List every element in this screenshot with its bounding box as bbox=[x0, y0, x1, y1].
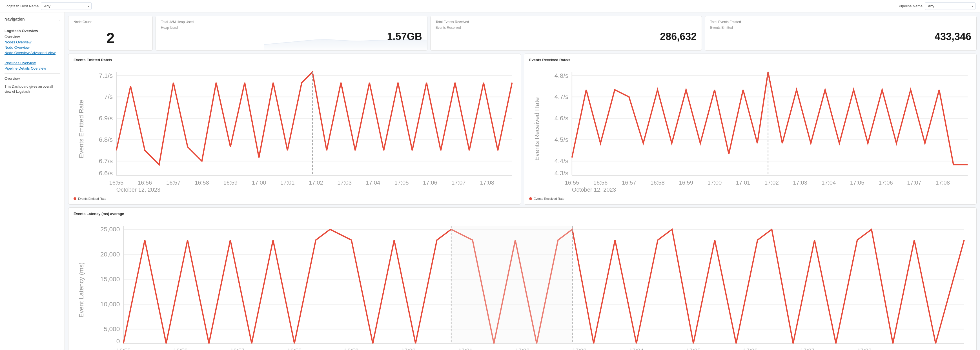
emitted-rate-chart-area: Events Emitted Rate 7.1/s 7/s 6.9/s 6.8/… bbox=[73, 65, 515, 194]
svg-text:4.3/s: 4.3/s bbox=[555, 169, 568, 177]
latency-chart-card: Events Latency (ms) average Event Latenc… bbox=[68, 207, 977, 350]
emitted-rate-legend-dot bbox=[73, 197, 76, 200]
svg-text:16:59: 16:59 bbox=[344, 347, 359, 350]
pipeline-name-select-wrapper[interactable]: Any bbox=[925, 2, 975, 10]
svg-text:17:04: 17:04 bbox=[822, 180, 836, 186]
svg-text:16:57: 16:57 bbox=[622, 180, 636, 186]
svg-text:16:58: 16:58 bbox=[195, 180, 209, 186]
svg-text:4.4/s: 4.4/s bbox=[555, 157, 568, 165]
emitted-y-label: Events Emitted Rate bbox=[78, 100, 85, 158]
svg-text:17:04: 17:04 bbox=[366, 180, 380, 186]
sidebar-item-overview-2: Overview bbox=[5, 76, 60, 81]
svg-text:6.7/s: 6.7/s bbox=[99, 157, 113, 165]
sidebar-item-nodes-overview[interactable]: Nodes Overview bbox=[5, 40, 60, 44]
heap-title: Total JVM Heap Used bbox=[161, 20, 422, 24]
latency-chart-title: Events Latency (ms) average bbox=[73, 212, 971, 216]
latency-chart-area: Event Latency (ms) 25,000 20,000 15,000 … bbox=[73, 219, 971, 350]
svg-text:10,000: 10,000 bbox=[100, 301, 120, 308]
sidebar-description: This Dashboard gives an overall view of … bbox=[5, 84, 60, 94]
svg-text:17:00: 17:00 bbox=[708, 180, 722, 186]
svg-text:16:59: 16:59 bbox=[223, 180, 237, 186]
logstash-host-filter: Logstash Host Name Any bbox=[5, 2, 92, 10]
svg-text:16:55: 16:55 bbox=[565, 180, 579, 186]
events-received-title: Total Events Received bbox=[436, 20, 697, 24]
svg-text:17:05: 17:05 bbox=[395, 180, 409, 186]
node-count-title: Node Count bbox=[73, 20, 147, 24]
svg-text:5,000: 5,000 bbox=[104, 325, 120, 332]
svg-text:0: 0 bbox=[116, 337, 120, 345]
events-received-card: Total Events Received Events Received 28… bbox=[430, 16, 702, 51]
svg-text:17:06: 17:06 bbox=[743, 347, 758, 350]
received-rate-svg: Events Received Rate 4.8/s 4.7/s 4.6/s 4… bbox=[529, 65, 971, 193]
svg-text:15,000: 15,000 bbox=[100, 275, 120, 283]
svg-text:4.5/s: 4.5/s bbox=[555, 136, 568, 143]
sidebar-item-pipeline-details-overview[interactable]: Pipeline Details Overview bbox=[5, 66, 60, 70]
svg-text:16:59: 16:59 bbox=[679, 180, 693, 186]
svg-text:4.7/s: 4.7/s bbox=[555, 93, 568, 100]
emitted-rate-legend: Events Emitted Rate bbox=[73, 197, 515, 200]
svg-text:16:57: 16:57 bbox=[230, 347, 245, 350]
svg-text:Event Latency (ms): Event Latency (ms) bbox=[78, 262, 85, 317]
emitted-rate-chart-card: Events Emitted Rate/s Events Emitted Rat… bbox=[68, 54, 521, 205]
svg-text:6.9/s: 6.9/s bbox=[99, 115, 113, 122]
events-emitted-subtitle: Events Emitted bbox=[710, 25, 971, 30]
svg-text:17:01: 17:01 bbox=[458, 347, 473, 350]
svg-text:17:03: 17:03 bbox=[572, 347, 587, 350]
sidebar-nav-title: Navigation bbox=[5, 17, 25, 21]
content-area: Node Count 2 Total JVM Heap Used Heap Us… bbox=[65, 13, 980, 350]
svg-text:20,000: 20,000 bbox=[100, 251, 120, 258]
svg-text:October 12, 2023: October 12, 2023 bbox=[116, 186, 160, 193]
sidebar-item-pipelines-overview[interactable]: Pipelines Overview bbox=[5, 61, 60, 65]
metrics-row: Node Count 2 Total JVM Heap Used Heap Us… bbox=[68, 16, 977, 51]
received-rate-legend: Events Received Rate bbox=[529, 197, 971, 200]
svg-text:17:02: 17:02 bbox=[764, 180, 779, 186]
svg-text:25,000: 25,000 bbox=[100, 226, 120, 233]
emitted-rate-legend-label: Events Emitted Rate bbox=[78, 197, 106, 200]
top-bar: Logstash Host Name Any Pipeline Name Any bbox=[0, 0, 980, 13]
svg-text:16:56: 16:56 bbox=[593, 180, 608, 186]
node-count-value: 2 bbox=[73, 30, 147, 46]
svg-text:7.1/s: 7.1/s bbox=[99, 72, 113, 79]
charts-grid: Events Emitted Rate/s Events Emitted Rat… bbox=[68, 54, 977, 350]
sidebar-dots-menu[interactable]: ··· bbox=[56, 18, 60, 23]
svg-text:17:08: 17:08 bbox=[935, 180, 950, 186]
events-emitted-card: Total Events Emitted Events Emitted 433,… bbox=[705, 16, 977, 51]
svg-text:17:02: 17:02 bbox=[515, 347, 530, 350]
svg-text:17:07: 17:07 bbox=[907, 180, 921, 186]
events-emitted-title: Total Events Emitted bbox=[710, 20, 971, 24]
pipeline-name-label: Pipeline Name bbox=[899, 4, 923, 8]
svg-text:17:03: 17:03 bbox=[793, 180, 807, 186]
received-rate-legend-label: Events Received Rate bbox=[534, 197, 565, 200]
sidebar-item-node-overview-advanced[interactable]: Node Overview Advanced View bbox=[5, 51, 60, 55]
svg-rect-76 bbox=[451, 226, 572, 343]
svg-text:17:07: 17:07 bbox=[452, 180, 466, 186]
pipeline-name-filter: Pipeline Name Any bbox=[899, 2, 975, 10]
node-count-card: Node Count 2 bbox=[68, 16, 153, 51]
svg-text:17:00: 17:00 bbox=[401, 347, 415, 350]
logstash-host-select-wrapper[interactable]: Any bbox=[41, 2, 92, 10]
svg-text:16:55: 16:55 bbox=[116, 347, 131, 350]
svg-text:October 12, 2023: October 12, 2023 bbox=[572, 186, 616, 193]
svg-text:17:01: 17:01 bbox=[736, 180, 750, 186]
heap-card: Total JVM Heap Used Heap Used 1.57GB bbox=[156, 16, 428, 51]
events-received-value: 286,632 bbox=[436, 31, 697, 43]
svg-text:4.6/s: 4.6/s bbox=[555, 115, 568, 122]
latency-svg: Event Latency (ms) 25,000 20,000 15,000 … bbox=[73, 219, 971, 350]
logstash-overview-title: Logstash Overview bbox=[5, 29, 60, 33]
heap-mini-chart bbox=[264, 27, 427, 51]
svg-text:Events Received Rate: Events Received Rate bbox=[533, 97, 541, 161]
logstash-host-label: Logstash Host Name bbox=[5, 4, 38, 8]
sidebar-item-node-overview[interactable]: Node Overview bbox=[5, 45, 60, 49]
logstash-host-select[interactable]: Any bbox=[41, 2, 92, 10]
svg-text:6.8/s: 6.8/s bbox=[99, 136, 113, 143]
svg-text:17:05: 17:05 bbox=[850, 180, 864, 186]
svg-text:17:07: 17:07 bbox=[800, 347, 815, 350]
sidebar-divider-1 bbox=[5, 58, 60, 58]
svg-text:16:57: 16:57 bbox=[166, 180, 181, 186]
pipeline-name-select[interactable]: Any bbox=[925, 2, 975, 10]
received-rate-chart-area: Events Received Rate 4.8/s 4.7/s 4.6/s 4… bbox=[529, 65, 971, 194]
events-received-subtitle: Events Received bbox=[436, 25, 697, 30]
svg-text:17:04: 17:04 bbox=[629, 347, 644, 350]
emitted-rate-svg: Events Emitted Rate 7.1/s 7/s 6.9/s 6.8/… bbox=[73, 65, 515, 193]
received-rate-legend-dot bbox=[529, 197, 532, 200]
